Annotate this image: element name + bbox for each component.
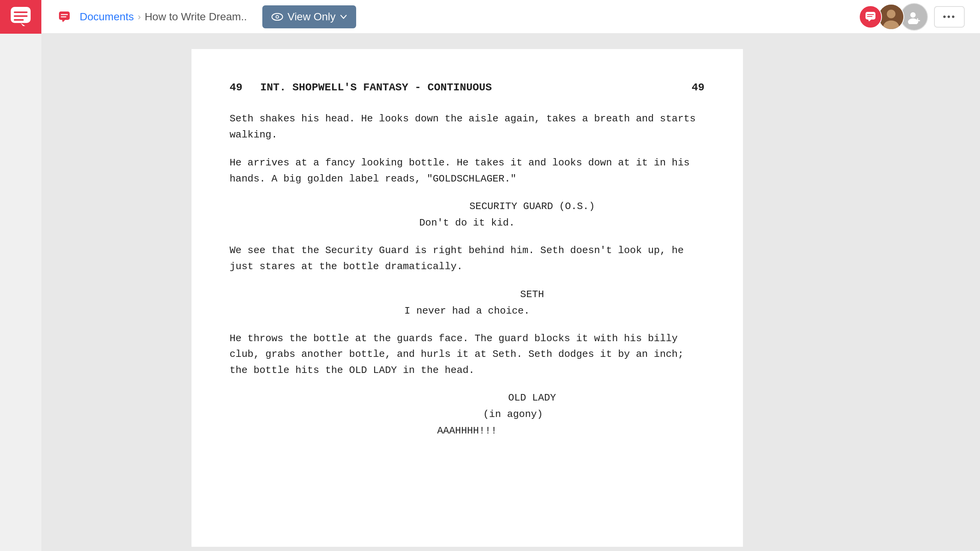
eye-icon [272,13,283,21]
dialogue-block-old-lady: OLD LADY (in agony) AAAHHHH!!! [230,391,705,438]
action-block-1: Seth shakes his head. He looks down the … [230,111,705,143]
view-only-label: View Only [288,11,336,23]
app-logo[interactable] [0,0,41,34]
dialogue-block-security: SECURITY GUARD (O.S.) Don't do it kid. [230,199,705,231]
svg-point-17 [887,10,896,18]
left-sidebar [0,34,41,551]
svg-marker-8 [62,20,65,22]
dialogue-seth: I never had a choice. [230,304,705,319]
document-page: 49 INT. SHOPWELL'S FANTASY - CONTINUOUS … [191,49,743,547]
character-name-old-lady: OLD LADY [230,391,705,405]
svg-point-11 [276,16,278,18]
avatar-chat [859,5,882,28]
scene-number-right: 49 [692,80,705,96]
scene-number-left: 49 [230,80,253,96]
parenthetical-old-lady: (in agony) [230,407,705,422]
breadcrumb-separator: › [138,11,141,22]
topbar-right: ••• [859,3,980,31]
right-sidebar [893,34,980,551]
dialogue-security: Don't do it kid. [230,216,705,231]
svg-rect-12 [865,12,875,20]
character-name-seth: SETH [230,287,705,302]
main-area: 49 INT. SHOPWELL'S FANTASY - CONTINUOUS … [0,34,980,551]
action-block-2: He arrives at a fancy looking bottle. He… [230,155,705,187]
dialogue-old-lady: AAAHHHH!!! [230,423,705,438]
avatar-user [878,4,904,30]
topbar-nav: Documents › How to Write Dream.. View On… [41,5,859,28]
svg-marker-4 [21,23,25,26]
avatar-add-user[interactable] [900,3,928,31]
chevron-down-icon [340,15,347,19]
svg-marker-15 [868,20,871,21]
svg-point-19 [910,12,916,18]
view-only-button[interactable]: View Only [262,5,357,28]
svg-rect-5 [59,11,70,20]
action-block-4: He throws the bottle at the guards face.… [230,331,705,379]
breadcrumb-documents[interactable]: Documents [80,11,134,23]
topbar: Documents › How to Write Dream.. View On… [0,0,980,34]
breadcrumb: Documents › How to Write Dream.. [80,11,247,23]
scene-header: 49 INT. SHOPWELL'S FANTASY - CONTINUOUS … [230,80,705,96]
more-options-button[interactable]: ••• [934,6,965,28]
scene-heading: INT. SHOPWELL'S FANTASY - CONTINUOUS [253,80,692,96]
action-block-3: We see that the Security Guard is right … [230,243,705,275]
comment-button[interactable] [54,6,75,28]
content-area: 49 INT. SHOPWELL'S FANTASY - CONTINUOUS … [41,34,893,551]
avatar-group [859,3,928,31]
dialogue-block-seth: SETH I never had a choice. [230,287,705,319]
breadcrumb-current-doc: How to Write Dream.. [145,11,247,23]
character-name-security: SECURITY GUARD (O.S.) [230,199,705,214]
